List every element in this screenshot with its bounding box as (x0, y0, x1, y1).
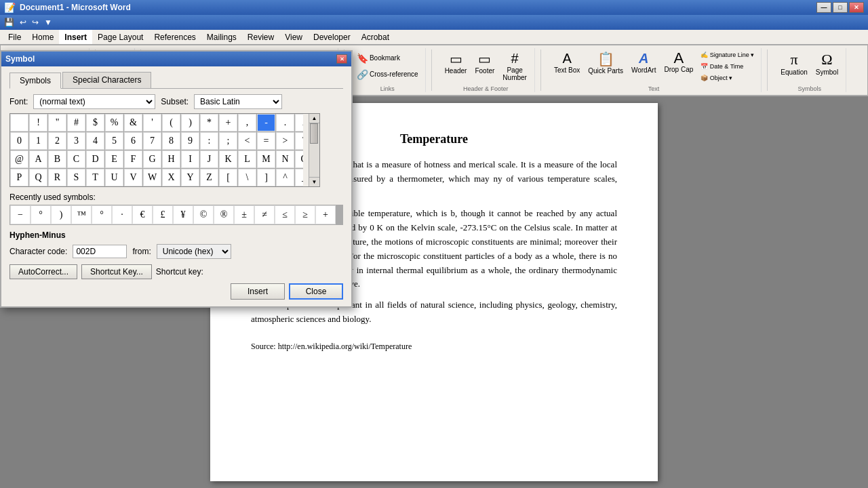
char-code-input[interactable] (73, 245, 127, 258)
font-select[interactable]: (normal text) (33, 94, 155, 109)
symbol-cell[interactable]: + (219, 114, 237, 131)
symbol-cell[interactable]: Z (200, 169, 218, 186)
subset-select[interactable]: Basic Latin (194, 94, 282, 109)
symbol-cell[interactable] (10, 114, 28, 131)
tab-file[interactable]: File (3, 30, 26, 44)
symbol-cell[interactable]: J (200, 150, 218, 168)
date-time-btn[interactable]: 📅 Date & Time (698, 61, 757, 72)
symbol-cell[interactable]: & (124, 114, 142, 131)
scroll-down-btn[interactable]: ▼ (309, 177, 319, 186)
symbol-cell[interactable]: H (162, 150, 180, 168)
wordart-btn[interactable]: A WordArt (628, 48, 660, 77)
symbol-cell[interactable]: Y (181, 169, 199, 186)
qa-dropdown-btn[interactable]: ▼ (43, 17, 54, 28)
symbol-cell[interactable]: I (181, 150, 199, 168)
symbol-cell[interactable]: C (67, 150, 85, 168)
tab-special-chars[interactable]: Special Characters (62, 72, 151, 88)
recent-symbol-cell[interactable]: ® (214, 205, 234, 224)
symbol-cell[interactable]: D (86, 150, 104, 168)
symbol-cell[interactable]: N (276, 150, 294, 168)
recent-symbol-cell[interactable]: ™ (71, 205, 92, 224)
scroll-thumb[interactable] (310, 123, 318, 144)
tab-home[interactable]: Home (26, 30, 59, 44)
symbol-cell[interactable]: 4 (86, 132, 104, 150)
recent-symbol-cell[interactable]: © (193, 205, 214, 224)
symbol-cell[interactable]: ! (29, 114, 47, 131)
symbol-cell[interactable]: - (257, 114, 275, 131)
symbol-cell[interactable]: = (257, 132, 275, 150)
symbol-cell[interactable]: A (29, 150, 47, 168)
symbol-cell[interactable]: ) (181, 114, 199, 131)
symbol-cell[interactable]: [ (219, 169, 237, 186)
recent-symbol-cell[interactable]: ≠ (254, 205, 275, 224)
symbol-cell[interactable]: 7 (143, 132, 161, 150)
symbol-cell[interactable]: B (48, 150, 66, 168)
recent-symbol-cell[interactable]: ° (92, 205, 112, 224)
symbol-cell[interactable]: < (238, 132, 256, 150)
recent-symbol-cell[interactable]: ¥ (173, 205, 193, 224)
header-btn[interactable]: ▭ Header (441, 48, 471, 77)
recent-symbol-cell[interactable]: £ (153, 205, 173, 224)
cross-reference-btn[interactable]: 🔗Cross-reference (354, 67, 421, 82)
recent-symbol-cell[interactable]: ≥ (295, 205, 315, 224)
recent-symbol-cell[interactable]: + (315, 205, 336, 224)
recent-symbol-cell[interactable]: · (112, 205, 132, 224)
symbol-cell[interactable]: 3 (67, 132, 85, 150)
bookmark-btn[interactable]: 🔖Bookmark (354, 51, 421, 66)
symbol-cell[interactable]: $ (86, 114, 104, 131)
recent-symbol-cell[interactable]: ) (51, 205, 71, 224)
redo-btn[interactable]: ↪ (31, 17, 40, 28)
symbol-cell[interactable]: 5 (105, 132, 123, 150)
autocorrect-btn[interactable]: AutoCorrect... (9, 264, 77, 279)
symbol-btn[interactable]: Ω Symbol (812, 48, 842, 79)
close-button[interactable]: ✕ (849, 2, 864, 13)
scroll-bar[interactable]: ▲ ▼ (309, 114, 319, 186)
scroll-up-btn[interactable]: ▲ (309, 114, 319, 123)
symbol-cell[interactable]: Q (29, 169, 47, 186)
symbol-cell[interactable]: ? (295, 132, 303, 150)
symbol-cell[interactable]: * (200, 114, 218, 131)
drop-cap-btn[interactable]: A Drop Cap (660, 48, 696, 76)
equation-btn[interactable]: π Equation (777, 48, 810, 79)
from-select[interactable]: Unicode (hex) (157, 244, 231, 259)
symbol-cell[interactable]: W (143, 169, 161, 186)
symbol-cell[interactable]: ( (162, 114, 180, 131)
symbol-cell[interactable]: O (295, 150, 303, 168)
tab-acrobat[interactable]: Acrobat (356, 30, 395, 44)
symbol-cell[interactable]: # (67, 114, 85, 131)
tab-mailings[interactable]: Mailings (201, 30, 242, 44)
symbol-cell[interactable]: R (48, 169, 66, 186)
maximize-button[interactable]: □ (833, 2, 848, 13)
tab-references[interactable]: References (149, 30, 201, 44)
symbol-cell[interactable]: V (124, 169, 142, 186)
symbol-cell[interactable]: 8 (162, 132, 180, 150)
symbol-cell[interactable]: / (295, 114, 303, 131)
symbol-cell[interactable]: : (200, 132, 218, 150)
footer-btn[interactable]: ▭ Footer (471, 48, 498, 77)
symbol-cell[interactable]: ; (219, 132, 237, 150)
object-btn[interactable]: 📦 Object ▾ (698, 73, 757, 83)
symbol-cell[interactable]: 6 (124, 132, 142, 150)
symbol-cell[interactable]: ] (257, 169, 275, 186)
recent-symbol-cell[interactable]: − (10, 205, 31, 224)
symbol-cell[interactable]: " (48, 114, 66, 131)
shortcut-key-btn[interactable]: Shortcut Key... (81, 264, 152, 279)
symbol-cell[interactable]: K (219, 150, 237, 168)
symbol-cell[interactable]: 2 (48, 132, 66, 150)
symbol-cell[interactable]: % (105, 114, 123, 131)
tab-symbols[interactable]: Symbols (9, 73, 61, 89)
quick-parts-btn[interactable]: 📋 Quick Parts (585, 48, 627, 77)
recent-symbol-cell[interactable]: ± (234, 205, 254, 224)
symbol-cell[interactable]: \ (238, 169, 256, 186)
symbol-cell[interactable]: P (10, 169, 28, 186)
symbol-cell[interactable]: U (105, 169, 123, 186)
symbol-cell[interactable]: @ (10, 150, 28, 168)
symbol-cell[interactable]: 1 (29, 132, 47, 150)
symbol-cell[interactable]: L (238, 150, 256, 168)
symbol-cell[interactable]: ' (143, 114, 161, 131)
symbol-cell[interactable]: > (276, 132, 294, 150)
symbol-cell[interactable]: ^ (276, 169, 294, 186)
text-box-btn[interactable]: A Text Box (551, 48, 583, 77)
dialog-close-btn[interactable]: ✕ (336, 54, 347, 64)
symbol-cell[interactable]: E (105, 150, 123, 168)
